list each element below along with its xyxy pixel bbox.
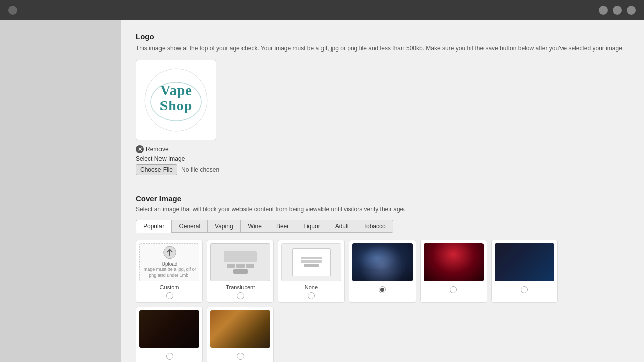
none-bar-2: [301, 260, 322, 263]
remove-button[interactable]: ✕ Remove: [136, 145, 629, 153]
images-grid: Upload Image must be a jpg, gif or png a…: [136, 240, 629, 303]
custom-thumb: Upload Image must be a jpg, gif or png a…: [139, 243, 199, 281]
choose-file-button[interactable]: Choose File: [136, 164, 177, 175]
svg-text:Shop: Shop: [160, 98, 193, 113]
top-bar-dot-1: [599, 6, 608, 15]
studio-radio[interactable]: [237, 353, 244, 360]
top-bar-right: [599, 6, 636, 15]
dark-portrait-thumb: [139, 310, 199, 348]
dark-blue-radio[interactable]: [379, 286, 386, 293]
tab-wine[interactable]: Wine: [240, 220, 269, 233]
wine-glass-thumb: [495, 243, 554, 281]
none-preview-inner: [292, 248, 331, 276]
tab-vaping[interactable]: Vaping: [207, 220, 240, 233]
translucent-label: Translucent: [226, 284, 255, 290]
tab-general[interactable]: General: [171, 220, 207, 233]
logo-section-desc: This image show at the top of your age c…: [136, 44, 629, 53]
tab-liquor[interactable]: Liquor: [296, 220, 327, 233]
translucent-preview: [210, 243, 270, 281]
dark-portrait-radio[interactable]: [166, 353, 173, 360]
studio-thumb: [210, 310, 270, 348]
tab-adult[interactable]: Adult: [328, 220, 356, 233]
translucent-btn: [233, 269, 248, 274]
cover-section-title: Cover Image: [136, 194, 629, 203]
section-divider: [136, 186, 629, 186]
remove-label: Remove: [146, 146, 169, 153]
red-wine-thumb-container: [424, 243, 484, 281]
none-radio[interactable]: [308, 292, 315, 299]
none-bar-1: [301, 257, 322, 259]
images-grid-row2: [136, 307, 629, 362]
translucent-bar-big: [224, 251, 257, 262]
none-thumb: [281, 243, 341, 281]
wine-glass-thumb-container: [495, 243, 554, 281]
dark-blue-thumb: [352, 243, 412, 281]
translucent-bar-sm-3: [246, 264, 254, 268]
translucent-bar-sm-2: [236, 264, 245, 268]
upload-label: Upload: [162, 261, 178, 267]
image-card-translucent: Translucent: [207, 240, 274, 303]
main-layout: Logo This image show at the top of your …: [0, 20, 644, 362]
red-wine-thumb: [424, 243, 484, 281]
image-card-dark-portrait: [136, 307, 203, 362]
none-label: None: [305, 284, 318, 290]
dark-portrait-thumb-container: [139, 310, 199, 348]
dark-blue-thumb-container: [352, 243, 412, 281]
image-card-none: None: [278, 240, 345, 303]
image-card-wine-glass: [491, 240, 558, 303]
logo-section-title: Logo: [136, 32, 629, 41]
top-bar: [0, 0, 644, 20]
logo-preview: Vape Shop: [136, 60, 216, 140]
image-card-red-wine: [420, 240, 487, 303]
image-card-studio: [207, 307, 274, 362]
cover-section-desc: Select an image that will block your web…: [136, 206, 629, 213]
tab-tobacco[interactable]: Tobacco: [356, 220, 393, 233]
image-card-dark-blue: [349, 240, 416, 303]
sidebar: [0, 20, 121, 362]
red-wine-radio[interactable]: [450, 286, 457, 293]
top-bar-left: [8, 6, 17, 15]
wine-glass-radio[interactable]: [521, 286, 528, 293]
top-bar-dot-2: [613, 6, 622, 15]
select-new-label: Select New Image: [136, 155, 629, 162]
custom-radio[interactable]: [166, 292, 173, 299]
studio-thumb-container: [210, 310, 270, 348]
top-bar-circle: [8, 6, 17, 15]
translucent-bar-sm-1: [227, 264, 235, 268]
translucent-thumb: [210, 243, 270, 281]
tab-popular[interactable]: Popular: [136, 220, 171, 233]
main-content: Logo This image show at the top of your …: [121, 20, 644, 362]
tab-beer[interactable]: Beer: [269, 220, 296, 233]
translucent-row-1: [227, 264, 254, 268]
file-input-row: Choose File No file chosen: [136, 164, 629, 175]
none-btn: [304, 264, 319, 267]
custom-upload-hint: Image must be a jpg, gif or png and unde…: [142, 267, 197, 279]
translucent-radio[interactable]: [237, 292, 244, 299]
tabs-row: Popular General Vaping Wine Beer Liquor …: [136, 220, 629, 233]
no-file-text: No file chosen: [181, 166, 219, 173]
custom-upload-area[interactable]: Upload Image must be a jpg, gif or png a…: [139, 243, 199, 281]
vape-shop-logo: Vape Shop: [143, 67, 209, 133]
none-preview: [281, 243, 341, 281]
image-card-custom: Upload Image must be a jpg, gif or png a…: [136, 240, 203, 303]
custom-label: Custom: [160, 284, 179, 290]
upload-icon: [163, 246, 177, 259]
remove-icon: ✕: [136, 145, 144, 153]
top-bar-dot-3: [627, 6, 636, 15]
